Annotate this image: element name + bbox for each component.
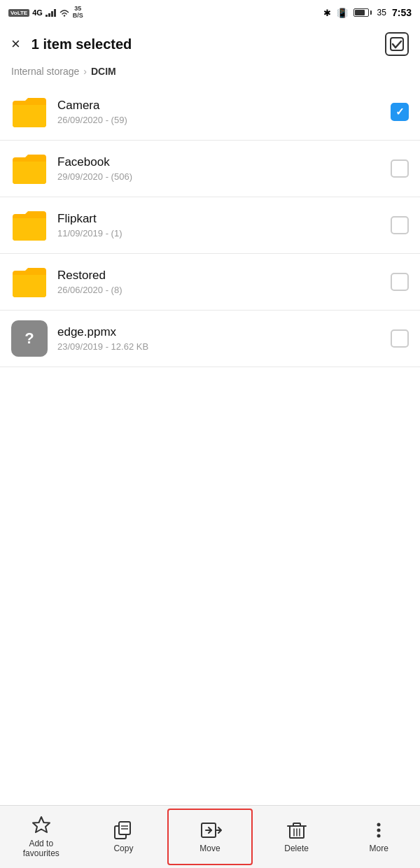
- close-button[interactable]: ×: [11, 35, 20, 53]
- svg-point-15: [377, 823, 381, 827]
- file-name: Restored: [57, 269, 381, 283]
- header-left: × 1 item selected: [11, 35, 132, 53]
- select-all-icon: [390, 37, 404, 51]
- move-label: Move: [200, 844, 220, 853]
- breadcrumb-current: DCIM: [91, 66, 116, 77]
- file-list: Camera 26/09/2020 - (59) Facebook 29/09/…: [0, 84, 420, 805]
- bottom-toolbar: Add tofavourites Copy Move: [0, 805, 420, 868]
- file-name: edge.ppmx: [57, 325, 381, 339]
- file-info: Camera 26/09/2020 - (59): [57, 99, 381, 125]
- svg-point-17: [377, 834, 381, 838]
- clock: 7:53: [392, 7, 412, 18]
- status-right: ✱ 📳 35 7:53: [323, 7, 412, 18]
- list-item[interactable]: ? edge.ppmx 23/09/2019 - 12.62 KB: [0, 311, 420, 367]
- add-to-favourites-label: Add tofavourites: [23, 839, 59, 858]
- add-to-favourites-button[interactable]: Add tofavourites: [0, 806, 83, 868]
- breadcrumb: Internal storage › DCIM: [0, 63, 420, 84]
- star-icon: [31, 816, 51, 835]
- item-checkbox[interactable]: [391, 159, 409, 178]
- svg-rect-11: [293, 823, 300, 826]
- select-all-button[interactable]: [385, 32, 409, 56]
- list-item[interactable]: Flipkart 11/09/2019 - (1): [0, 197, 420, 254]
- item-checkbox[interactable]: [391, 103, 409, 121]
- list-item[interactable]: Camera 26/09/2020 - (59): [0, 84, 420, 141]
- copy-label: Copy: [113, 844, 133, 853]
- move-icon: [200, 820, 220, 840]
- file-info: Flipkart 11/09/2019 - (1): [57, 212, 381, 239]
- network-type: 4G: [32, 8, 43, 17]
- speed-indicator: 35B/S: [73, 6, 83, 20]
- folder-icon: [11, 207, 48, 243]
- folder-icon: [11, 150, 48, 187]
- file-info: Facebook 29/09/2020 - (506): [57, 155, 381, 182]
- delete-label: Delete: [284, 844, 309, 853]
- list-item[interactable]: Restored 26/06/2020 - (8): [0, 254, 420, 311]
- folder-icon: [11, 264, 48, 300]
- file-info: Restored 26/06/2020 - (8): [57, 269, 381, 295]
- delete-button[interactable]: Delete: [255, 806, 338, 868]
- breadcrumb-parent[interactable]: Internal storage: [11, 66, 79, 77]
- item-checkbox[interactable]: [391, 273, 409, 291]
- file-name: Camera: [57, 99, 381, 113]
- svg-rect-4: [119, 822, 130, 834]
- file-name: Facebook: [57, 155, 381, 169]
- vibrate-icon: 📳: [337, 8, 348, 18]
- trash-icon: [287, 820, 307, 840]
- svg-marker-2: [33, 817, 50, 832]
- volte-badge: VoLTE: [8, 9, 29, 17]
- copy-button[interactable]: Copy: [83, 806, 165, 868]
- unknown-file-icon: ?: [11, 320, 48, 357]
- file-meta: 29/09/2020 - (506): [57, 171, 381, 182]
- file-info: edge.ppmx 23/09/2019 - 12.62 KB: [57, 325, 381, 352]
- svg-point-0: [64, 15, 65, 16]
- move-button[interactable]: Move: [167, 809, 253, 865]
- file-meta: 26/09/2020 - (59): [57, 115, 381, 125]
- bluetooth-icon: ✱: [323, 8, 331, 18]
- status-left: VoLTE 4G 35B/S: [8, 6, 83, 20]
- header: × 1 item selected: [0, 25, 420, 63]
- battery-indicator: [354, 8, 372, 17]
- copy-icon: [113, 820, 133, 840]
- file-meta: 26/06/2020 - (8): [57, 285, 381, 295]
- wifi-icon: [59, 8, 70, 17]
- more-label: More: [370, 844, 388, 853]
- more-dots-icon: [369, 820, 388, 840]
- item-checkbox[interactable]: [391, 329, 409, 348]
- breadcrumb-separator: ›: [83, 66, 87, 77]
- list-item[interactable]: Facebook 29/09/2020 - (506): [0, 141, 420, 197]
- folder-icon: [11, 94, 48, 130]
- header-title: 1 item selected: [31, 36, 132, 52]
- status-bar: VoLTE 4G 35B/S ✱ 📳 35 7:53: [0, 0, 420, 25]
- file-meta: 11/09/2019 - (1): [57, 228, 381, 239]
- file-name: Flipkart: [57, 212, 381, 226]
- file-meta: 23/09/2019 - 12.62 KB: [57, 341, 381, 352]
- item-checkbox[interactable]: [391, 216, 409, 234]
- battery-percent: 35: [377, 8, 386, 17]
- signal-bars: [46, 8, 56, 17]
- svg-point-16: [377, 829, 381, 832]
- more-button[interactable]: More: [337, 806, 420, 868]
